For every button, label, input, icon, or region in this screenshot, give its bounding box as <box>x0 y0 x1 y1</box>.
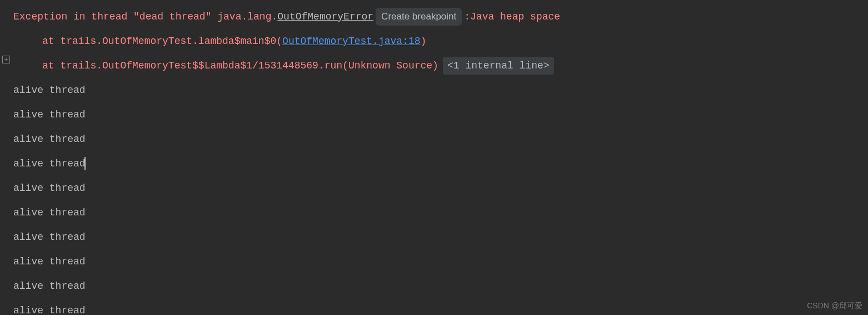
console-output-line: alive thread <box>2 151 868 176</box>
console-output-text: alive thread <box>13 254 86 270</box>
exception-prefix: Exception in thread "dead thread" java.l… <box>13 9 277 25</box>
expand-fold-icon[interactable]: + <box>2 56 10 63</box>
source-link[interactable]: OutOfMemoryTest.java:18 <box>282 33 420 50</box>
console-output-line: alive thread <box>2 200 868 225</box>
create-breakpoint-button[interactable]: Create breakpoint <box>376 8 462 25</box>
console-output-line: alive thread <box>2 176 868 200</box>
console-output-line: alive thread <box>2 127 868 151</box>
watermark-text: CSDN @邱可爱 <box>807 299 862 312</box>
exception-sep: : <box>464 9 470 25</box>
stack-frame-line: at trails.OutOfMemoryTest.lambda$main$0(… <box>2 29 868 53</box>
console-output-line: alive thread <box>2 249 868 274</box>
console-output-text: alive thread <box>13 278 86 294</box>
console-output-line: alive thread <box>2 225 868 249</box>
console-output-text: alive thread <box>13 229 86 245</box>
console-output-text: alive thread <box>13 156 86 172</box>
console-output-text: alive thread <box>13 303 86 315</box>
exception-header-line: Exception in thread "dead thread" java.l… <box>2 4 868 29</box>
console-output-line: alive thread <box>2 274 868 298</box>
internal-lines-hint[interactable]: <1 internal line> <box>443 57 554 75</box>
stack-frame-prefix: at trails.OutOfMemoryTest.lambda$main$0( <box>42 33 282 50</box>
stack-frame-prefix: at trails.OutOfMemoryTest$$Lambda$1/1531… <box>42 58 438 74</box>
console-output-text: alive thread <box>13 131 86 147</box>
stack-frame-line: at trails.OutOfMemoryTest$$Lambda$1/1531… <box>2 53 868 78</box>
error-class-link[interactable]: OutOfMemoryError <box>277 9 373 25</box>
console-output-text: alive thread <box>13 180 86 196</box>
console-output-text: alive thread <box>13 82 86 99</box>
text-cursor <box>84 157 86 170</box>
console-output-text: alive thread <box>13 107 86 123</box>
console-output-line: alive thread <box>2 78 868 102</box>
console-output-text: alive thread <box>13 205 86 221</box>
console-output-line: alive thread <box>2 102 868 127</box>
exception-message: Java heap space <box>470 9 560 25</box>
stack-frame-suffix: ) <box>421 33 427 50</box>
console-output-line: alive thread <box>2 298 868 315</box>
